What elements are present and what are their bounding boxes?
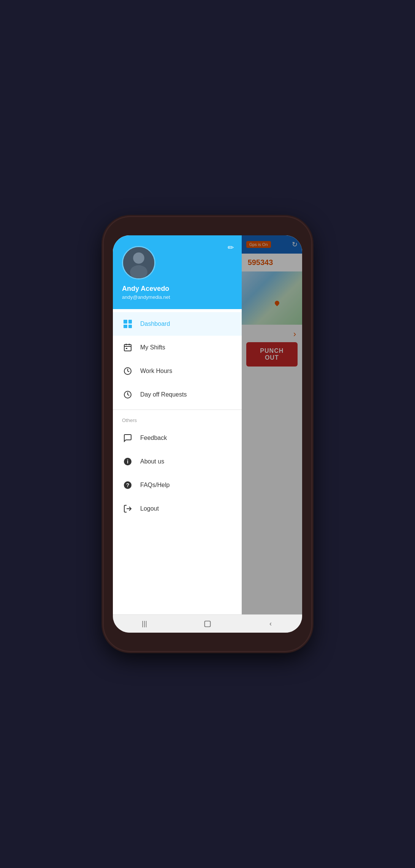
phone-frame: ✏ Andy Acevedo andy@andymedia.net xyxy=(104,217,311,651)
user-email: andy@andymedia.net xyxy=(122,294,233,300)
menu-divider xyxy=(113,409,242,410)
svg-text:i: i xyxy=(127,459,128,465)
menu-label-faqs-help: FAQs/Help xyxy=(140,482,169,489)
menu-label-logout: Logout xyxy=(140,505,159,512)
menu-label-work-hours: Work Hours xyxy=(140,368,172,374)
nav-home-button[interactable] xyxy=(200,616,215,632)
svg-text:?: ? xyxy=(126,482,130,488)
dashboard-icon xyxy=(122,318,133,330)
menu-item-feedback[interactable]: Feedback xyxy=(113,426,242,450)
clock-icon-work-hours xyxy=(122,365,133,377)
user-name: Andy Acevedo xyxy=(122,285,233,293)
menu-label-my-shifts: My Shifts xyxy=(140,344,165,351)
drawer-menu: Dashboard My xyxy=(113,309,242,614)
info-icon: i xyxy=(122,456,133,467)
drawer-header: ✏ Andy Acevedo andy@andymedia.net xyxy=(113,235,242,309)
svg-rect-4 xyxy=(126,348,127,349)
menu-label-feedback: Feedback xyxy=(140,435,167,441)
chat-icon xyxy=(122,432,133,444)
phone-screen: ✏ Andy Acevedo andy@andymedia.net xyxy=(113,235,302,633)
menu-item-faqs-help[interactable]: ? FAQs/Help xyxy=(113,473,242,497)
avatar[interactable] xyxy=(122,246,155,279)
help-icon: ? xyxy=(122,479,133,491)
nav-back-button[interactable]: ‹ xyxy=(263,616,278,632)
menu-item-my-shifts[interactable]: My Shifts xyxy=(113,336,242,359)
svg-rect-12 xyxy=(205,621,211,627)
menu-label-day-off-requests: Day off Requests xyxy=(140,391,187,398)
bottom-navigation: ||| ‹ xyxy=(113,614,302,633)
menu-label-dashboard: Dashboard xyxy=(140,321,170,327)
menu-item-about-us[interactable]: i About us xyxy=(113,450,242,473)
menu-item-work-hours[interactable]: Work Hours xyxy=(113,359,242,383)
edit-profile-button[interactable]: ✏ xyxy=(228,243,234,252)
menu-item-logout[interactable]: Logout xyxy=(113,497,242,520)
svg-rect-0 xyxy=(124,344,131,351)
avatar-image xyxy=(123,247,154,278)
menu-item-dashboard[interactable]: Dashboard xyxy=(113,312,242,336)
logout-icon xyxy=(122,503,133,514)
menu-item-day-off-requests[interactable]: Day off Requests xyxy=(113,383,242,406)
drawer-overlay[interactable] xyxy=(242,235,302,614)
others-section-label: Others xyxy=(113,413,242,426)
nav-menu-button[interactable]: ||| xyxy=(137,616,152,632)
menu-label-about-us: About us xyxy=(140,458,164,465)
screen-content: ✏ Andy Acevedo andy@andymedia.net xyxy=(113,235,302,614)
calendar-icon xyxy=(122,342,133,353)
clock-icon-day-off xyxy=(122,389,133,400)
navigation-drawer: ✏ Andy Acevedo andy@andymedia.net xyxy=(113,235,242,614)
